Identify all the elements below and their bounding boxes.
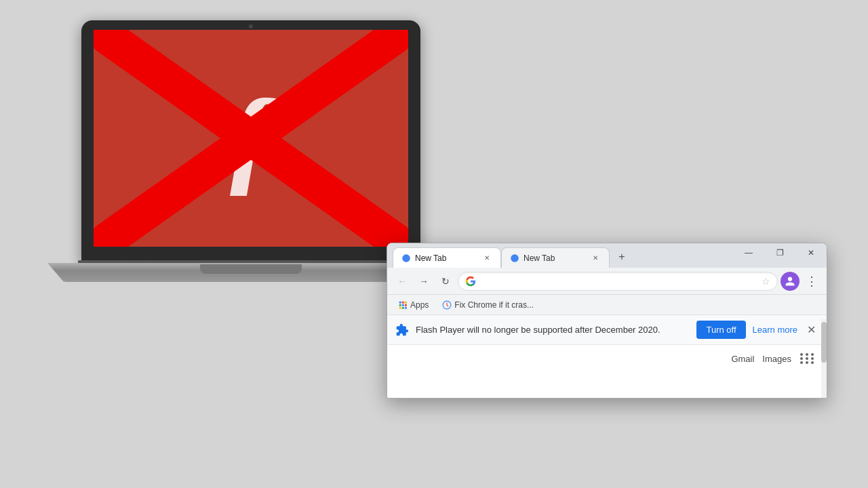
page-content: Gmail Images — [387, 345, 827, 398]
svg-rect-8 — [402, 304, 404, 306]
tab-1-close[interactable]: ✕ — [481, 253, 492, 264]
apps-grid-dots-icon — [800, 353, 815, 364]
svg-rect-12 — [405, 306, 407, 308]
tab-2-close[interactable]: ✕ — [590, 253, 601, 264]
close-button[interactable]: ✕ — [795, 243, 827, 262]
svg-rect-9 — [405, 304, 407, 306]
tab-favicon-1 — [401, 253, 411, 263]
svg-rect-11 — [402, 306, 404, 308]
tab-2[interactable]: New Tab ✕ — [501, 247, 610, 268]
svg-rect-7 — [399, 304, 401, 306]
reload-button[interactable]: ↻ — [436, 272, 455, 291]
fix-chrome-bookmark-label: Fix Chrome if it cras... — [454, 300, 534, 310]
maximize-button[interactable]: ❐ — [764, 243, 795, 262]
bookmark-apps[interactable]: Apps — [394, 299, 433, 311]
turn-off-button[interactable]: Turn off — [696, 321, 745, 339]
gmail-link[interactable]: Gmail — [731, 354, 754, 364]
svg-point-2 — [402, 254, 410, 262]
bookmarks-bar: Apps Fix Chrome if it cras... — [387, 295, 827, 315]
svg-rect-10 — [399, 306, 401, 308]
scrollbar-thumb[interactable] — [821, 322, 827, 363]
red-x-overlay — [94, 30, 408, 247]
laptop-notch — [200, 264, 302, 274]
laptop-screen-content: ƒ — [94, 30, 408, 247]
forward-button[interactable]: → — [414, 272, 433, 291]
bookmark-star-icon[interactable]: ☆ — [762, 276, 770, 287]
learn-more-link[interactable]: Learn more — [753, 325, 797, 335]
url-input[interactable] — [480, 276, 757, 286]
images-link[interactable]: Images — [762, 354, 791, 364]
tabs-row: New Tab ✕ New Tab ✕ + — [390, 243, 631, 268]
tab-1[interactable]: New Tab ✕ — [393, 247, 501, 268]
minimize-button[interactable]: — — [733, 243, 764, 262]
laptop-illustration: ƒ — [20, 20, 441, 319]
svg-rect-4 — [399, 301, 401, 303]
new-tab-button[interactable]: + — [612, 247, 631, 266]
browser-titlebar: New Tab ✕ New Tab ✕ + — ❐ ✕ — [387, 243, 827, 268]
tab-1-label: New Tab — [415, 253, 446, 263]
svg-rect-6 — [405, 301, 407, 303]
apps-bookmark-label: Apps — [410, 300, 429, 310]
svg-rect-5 — [402, 301, 404, 303]
google-icon-small — [442, 300, 452, 310]
notification-text: Flash Player will no longer be supported… — [416, 325, 690, 335]
apps-grid-icon — [398, 300, 408, 310]
notification-bar: Flash Player will no longer be supported… — [387, 315, 827, 345]
svg-point-3 — [511, 254, 519, 262]
laptop-camera — [249, 24, 253, 28]
google-apps-button[interactable] — [800, 350, 816, 367]
browser-window: New Tab ✕ New Tab ✕ + — ❐ ✕ ← → ↻ — [387, 243, 827, 399]
notification-close-icon[interactable]: ✕ — [804, 322, 818, 338]
laptop-screen-bezel: ƒ — [81, 20, 420, 264]
back-button[interactable]: ← — [393, 272, 412, 291]
extension-puzzle-icon — [395, 323, 409, 337]
window-controls: — ❐ ✕ — [733, 243, 827, 262]
google-g-icon — [465, 276, 476, 287]
profile-avatar-icon — [785, 276, 795, 287]
scrollbar[interactable] — [821, 319, 827, 398]
page-top-links: Gmail Images — [731, 350, 816, 367]
flash-logo-bg: ƒ — [94, 30, 408, 247]
tab-2-label: New Tab — [524, 253, 555, 263]
profile-icon[interactable] — [781, 272, 800, 291]
chrome-menu-button[interactable]: ⋮ — [802, 272, 821, 291]
bookmark-fix-chrome[interactable]: Fix Chrome if it cras... — [438, 299, 538, 311]
tab-favicon-2 — [510, 253, 519, 263]
omnibox[interactable]: ☆ — [458, 272, 778, 291]
browser-toolbar: ← → ↻ ☆ ⋮ — [387, 268, 827, 295]
